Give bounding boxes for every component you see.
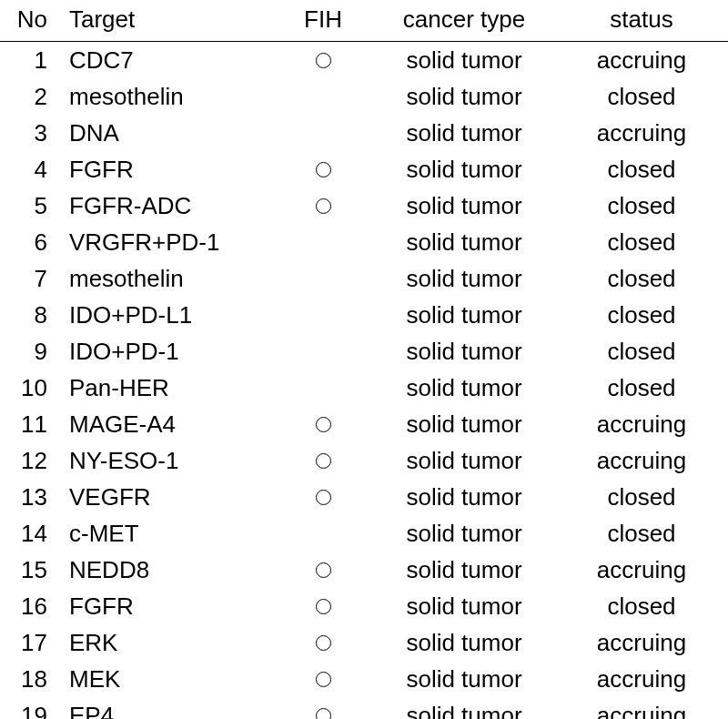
- cell-status: closed: [555, 151, 728, 187]
- cell-target: EP4: [64, 697, 273, 719]
- cell-status: accruing: [555, 552, 728, 588]
- cell-target: VRGFR+PD-1: [64, 224, 273, 260]
- table-row: 18MEKsolid tumoraccruing: [0, 661, 728, 697]
- cell-no: 15: [0, 552, 64, 588]
- table-row: 7mesothelinsolid tumorclosed: [0, 260, 728, 297]
- cell-no: 8: [0, 297, 64, 333]
- table-row: 12NY-ESO-1solid tumoraccruing: [0, 442, 728, 479]
- circle-icon: [316, 198, 331, 214]
- table-row: 17ERKsolid tumoraccruing: [0, 624, 728, 661]
- cell-status: accruing: [555, 624, 728, 661]
- table-row: 16FGFRsolid tumorclosed: [0, 588, 728, 624]
- cell-fih: [273, 151, 373, 187]
- table-row: 4FGFRsolid tumorclosed: [0, 151, 728, 187]
- cell-target: c-MET: [64, 515, 273, 552]
- clinical-trials-table: No Target FIH cancer type status 1CDC7so…: [0, 0, 728, 719]
- cell-no: 12: [0, 442, 64, 479]
- cell-target: mesothelin: [64, 260, 273, 297]
- table-row: 14c-METsolid tumorclosed: [0, 515, 728, 552]
- cell-target: FGFR-ADC: [64, 187, 273, 224]
- cell-cancer-type: solid tumor: [373, 624, 555, 661]
- table-row: 13VEGFRsolid tumorclosed: [0, 479, 728, 515]
- cell-no: 1: [0, 42, 64, 79]
- cell-target: Pan-HER: [64, 370, 273, 406]
- cell-fih: [273, 333, 373, 370]
- cell-cancer-type: solid tumor: [373, 370, 555, 406]
- cell-fih: [273, 661, 373, 697]
- cell-no: 4: [0, 151, 64, 187]
- cell-no: 13: [0, 479, 64, 515]
- cell-status: closed: [555, 297, 728, 333]
- cell-cancer-type: solid tumor: [373, 442, 555, 479]
- cell-target: FGFR: [64, 588, 273, 624]
- cell-target: VEGFR: [64, 479, 273, 515]
- cell-cancer-type: solid tumor: [373, 588, 555, 624]
- cell-cancer-type: solid tumor: [373, 697, 555, 719]
- table-row: 1CDC7solid tumoraccruing: [0, 42, 728, 79]
- table-row: 11MAGE-A4solid tumoraccruing: [0, 406, 728, 442]
- cell-fih: [273, 442, 373, 479]
- cell-cancer-type: solid tumor: [373, 42, 555, 79]
- cell-cancer-type: solid tumor: [373, 151, 555, 187]
- cell-cancer-type: solid tumor: [373, 661, 555, 697]
- cell-fih: [273, 224, 373, 260]
- circle-icon: [316, 635, 331, 651]
- cell-status: closed: [555, 479, 728, 515]
- table-header-row: No Target FIH cancer type status: [0, 0, 728, 42]
- cell-status: accruing: [555, 406, 728, 442]
- cell-fih: [273, 115, 373, 151]
- circle-icon: [316, 417, 331, 432]
- col-header-no: No: [0, 0, 64, 42]
- table-row: 2mesothelinsolid tumorclosed: [0, 78, 728, 115]
- table-row: 3DNAsolid tumoraccruing: [0, 115, 728, 151]
- table-row: 8IDO+PD-L1solid tumorclosed: [0, 297, 728, 333]
- cell-cancer-type: solid tumor: [373, 187, 555, 224]
- cell-status: accruing: [555, 661, 728, 697]
- cell-target: MEK: [64, 661, 273, 697]
- cell-fih: [273, 588, 373, 624]
- cell-no: 9: [0, 333, 64, 370]
- cell-target: CDC7: [64, 42, 273, 79]
- cell-cancer-type: solid tumor: [373, 406, 555, 442]
- cell-cancer-type: solid tumor: [373, 224, 555, 260]
- col-header-fih: FIH: [273, 0, 373, 42]
- cell-status: closed: [555, 515, 728, 552]
- cell-no: 18: [0, 661, 64, 697]
- cell-target: ERK: [64, 624, 273, 661]
- table-row: 10Pan-HERsolid tumorclosed: [0, 370, 728, 406]
- cell-status: closed: [555, 333, 728, 370]
- cell-status: closed: [555, 78, 728, 115]
- cell-target: NEDD8: [64, 552, 273, 588]
- cell-no: 5: [0, 187, 64, 224]
- cell-fih: [273, 78, 373, 115]
- cell-no: 2: [0, 78, 64, 115]
- table-row: 5FGFR-ADCsolid tumorclosed: [0, 187, 728, 224]
- cell-no: 14: [0, 515, 64, 552]
- cell-status: accruing: [555, 697, 728, 719]
- cell-no: 10: [0, 370, 64, 406]
- cell-no: 7: [0, 260, 64, 297]
- cell-target: FGFR: [64, 151, 273, 187]
- cell-target: mesothelin: [64, 78, 273, 115]
- circle-icon: [316, 53, 331, 68]
- cell-no: 11: [0, 406, 64, 442]
- cell-status: accruing: [555, 115, 728, 151]
- cell-fih: [273, 187, 373, 224]
- cell-cancer-type: solid tumor: [373, 115, 555, 151]
- cell-fih: [273, 370, 373, 406]
- circle-icon: [316, 672, 331, 687]
- cell-no: 17: [0, 624, 64, 661]
- circle-icon: [316, 708, 331, 719]
- circle-icon: [316, 453, 331, 469]
- circle-icon: [316, 490, 331, 505]
- cell-fih: [273, 479, 373, 515]
- cell-no: 3: [0, 115, 64, 151]
- cell-status: closed: [555, 588, 728, 624]
- cell-cancer-type: solid tumor: [373, 333, 555, 370]
- circle-icon: [316, 162, 331, 177]
- cell-fih: [273, 697, 373, 719]
- circle-icon: [316, 562, 331, 578]
- circle-icon: [316, 599, 331, 614]
- cell-status: closed: [555, 370, 728, 406]
- cell-cancer-type: solid tumor: [373, 479, 555, 515]
